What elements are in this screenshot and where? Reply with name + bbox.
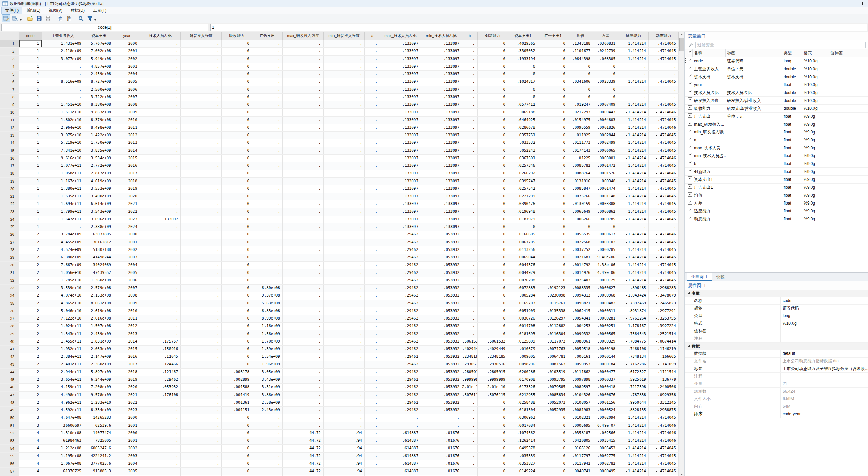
- table-cell[interactable]: .: [462, 399, 478, 406]
- table-cell[interactable]: 0: [593, 86, 618, 93]
- table-cell[interactable]: .: [283, 346, 324, 353]
- table-cell[interactable]: 1.96e+09: [252, 361, 283, 368]
- scroll-down-arrow[interactable]: [679, 472, 684, 476]
- table-cell[interactable]: -.4714045: [649, 200, 679, 208]
- table-cell[interactable]: .: [181, 399, 222, 406]
- table-cell[interactable]: .0022568: [568, 239, 593, 246]
- table-cell[interactable]: 0: [478, 208, 508, 216]
- table-cell[interactable]: .: [181, 422, 222, 429]
- table-cell[interactable]: 2.439e+09: [84, 330, 114, 338]
- table-cell[interactable]: 0: [222, 162, 252, 170]
- table-cell[interactable]: .008305: [593, 56, 618, 63]
- table-cell[interactable]: 2002: [114, 56, 140, 63]
- table-cell[interactable]: .: [140, 63, 181, 70]
- table-cell[interactable]: -1.414214: [618, 437, 649, 444]
- table-cell[interactable]: 0: [222, 78, 252, 85]
- table-cell[interactable]: 0: [222, 208, 252, 216]
- table-cell[interactable]: .0002094: [593, 414, 618, 421]
- table-cell[interactable]: .: [252, 101, 283, 108]
- table-cell[interactable]: .: [140, 231, 181, 238]
- table-cell[interactable]: .: [462, 246, 478, 254]
- table-cell[interactable]: .: [365, 185, 380, 193]
- table-cell[interactable]: .019247: [568, 101, 593, 108]
- checkbox-icon[interactable]: [688, 216, 692, 220]
- find-button[interactable]: [77, 14, 85, 22]
- table-cell[interactable]: .133097: [380, 124, 421, 131]
- table-cell[interactable]: .: [140, 109, 181, 116]
- table-cell[interactable]: .29462: [380, 369, 421, 376]
- table-cell[interactable]: -1.414214: [618, 109, 649, 116]
- table-cell[interactable]: .: [365, 40, 380, 47]
- table-cell[interactable]: .053932: [421, 376, 462, 383]
- table-cell[interactable]: 0: [538, 162, 568, 170]
- table-cell[interactable]: 1: [19, 56, 42, 63]
- table-cell[interactable]: .: [618, 71, 649, 78]
- table-cell[interactable]: .29462: [380, 376, 421, 383]
- property-value[interactable]: code year: [781, 410, 868, 418]
- table-cell[interactable]: .: [181, 223, 222, 231]
- table-cell[interactable]: .: [462, 147, 478, 154]
- table-cell[interactable]: .29462: [380, 346, 421, 353]
- table-cell[interactable]: .614887: [380, 460, 421, 467]
- table-cell[interactable]: .0021681: [568, 254, 593, 261]
- table-cell[interactable]: 2.944e+11: [42, 369, 84, 376]
- table-cell[interactable]: 8.727e+08: [84, 78, 114, 85]
- table-cell[interactable]: .: [283, 132, 324, 139]
- checkbox-icon[interactable]: [688, 184, 692, 189]
- table-cell[interactable]: .0085782: [568, 162, 593, 170]
- table-cell[interactable]: -1.043424: [618, 292, 649, 299]
- table-cell[interactable]: .: [283, 170, 324, 177]
- table-cell[interactable]: .133097: [380, 193, 421, 200]
- table-cell[interactable]: .: [283, 384, 324, 391]
- obs-number-cell[interactable]: 38: [0, 323, 19, 330]
- table-cell[interactable]: 0: [222, 468, 252, 475]
- table-cell[interactable]: .: [324, 315, 365, 322]
- table-cell[interactable]: 0: [538, 239, 568, 246]
- table-cell[interactable]: 2000: [114, 40, 140, 47]
- table-cell[interactable]: .133097: [421, 216, 462, 223]
- menu-item[interactable]: 编辑(E): [23, 7, 44, 14]
- checkbox-icon[interactable]: [688, 121, 692, 126]
- table-cell[interactable]: .: [324, 132, 365, 139]
- table-cell[interactable]: .: [462, 71, 478, 78]
- table-cell[interactable]: .053932: [421, 307, 462, 315]
- table-cell[interactable]: 2001: [114, 48, 140, 55]
- table-cell[interactable]: 0: [222, 178, 252, 185]
- table-cell[interactable]: 2013: [114, 330, 140, 338]
- table-cell[interactable]: 0: [538, 109, 568, 116]
- table-cell[interactable]: -1.414214: [618, 117, 649, 124]
- table-cell[interactable]: .053932: [421, 330, 462, 338]
- table-cell[interactable]: 0: [538, 155, 568, 162]
- table-cell[interactable]: .: [324, 285, 365, 292]
- table-cell[interactable]: 6.244e+09: [84, 376, 114, 383]
- table-cell[interactable]: 1.750e+09: [84, 139, 114, 147]
- table-cell[interactable]: .0165126: [568, 445, 593, 452]
- table-cell[interactable]: .5076115: [478, 392, 508, 399]
- table-cell[interactable]: 0: [478, 262, 508, 269]
- table-cell[interactable]: .: [283, 246, 324, 254]
- property-value[interactable]: %10.0g: [781, 320, 868, 327]
- table-cell[interactable]: 0: [478, 323, 508, 330]
- table-cell[interactable]: .: [365, 101, 380, 108]
- table-cell[interactable]: 6.380e+09: [42, 254, 84, 261]
- scroll-thumb[interactable]: [679, 38, 684, 51]
- table-cell[interactable]: 2007: [114, 285, 140, 292]
- obs-number-cell[interactable]: 39: [0, 330, 19, 338]
- table-cell[interactable]: 62539.6: [84, 422, 114, 429]
- table-cell[interactable]: .: [252, 460, 283, 467]
- table-cell[interactable]: .133097: [380, 223, 421, 231]
- table-cell[interactable]: -.4714045: [649, 40, 679, 47]
- table-cell[interactable]: 3.490e+09: [84, 193, 114, 200]
- table-cell[interactable]: 61984463: [42, 437, 84, 444]
- table-cell[interactable]: 30162812: [84, 239, 114, 246]
- table-cell[interactable]: .: [365, 193, 380, 200]
- table-cell[interactable]: 3.784e+09: [42, 231, 84, 238]
- table-cell[interactable]: .: [365, 437, 380, 444]
- table-cell[interactable]: .0227299: [508, 193, 538, 200]
- table-cell[interactable]: .0360831: [593, 40, 618, 47]
- table-cell[interactable]: .: [140, 40, 181, 47]
- table-cell[interactable]: 2.579e+08: [84, 285, 114, 292]
- table-cell[interactable]: .: [181, 330, 222, 338]
- property-value[interactable]: 上市公司动态能力及子维度指标数据（含吸收...: [781, 365, 868, 372]
- table-cell[interactable]: 0: [538, 48, 568, 55]
